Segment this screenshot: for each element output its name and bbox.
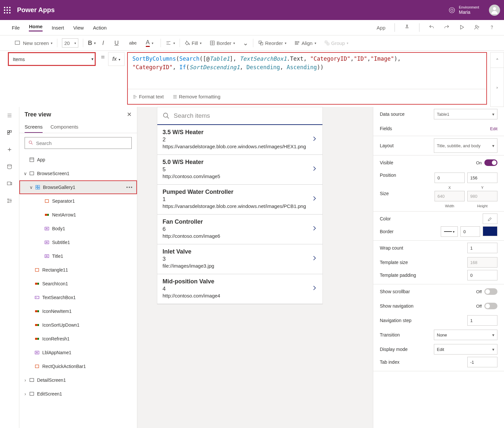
tab-index-input[interactable]: -1: [467, 357, 497, 367]
transition-dropdown[interactable]: None▾: [434, 330, 497, 340]
expand-chevron-icon[interactable]: ⌄: [243, 39, 248, 47]
format-text-button[interactable]: Format text: [132, 94, 164, 99]
environment-picker[interactable]: Environment Maria: [448, 5, 479, 14]
chevron-right-icon[interactable]: [311, 254, 317, 264]
border-width-input[interactable]: 0: [460, 226, 480, 237]
tree-node[interactable]: Subtitle1: [19, 235, 137, 249]
show-navigation-toggle[interactable]: [484, 303, 497, 309]
data-source-dropdown[interactable]: Table1▾: [434, 109, 497, 119]
expand-icon[interactable]: ›: [22, 391, 29, 397]
template-size-input[interactable]: 168: [467, 257, 497, 268]
wrap-count-input[interactable]: 1: [467, 243, 497, 253]
tree-node[interactable]: Separator1: [19, 194, 137, 208]
app-launcher-icon[interactable]: [4, 7, 10, 13]
fill-button[interactable]: Fill: [184, 40, 202, 46]
border-color-swatch[interactable]: [483, 226, 497, 236]
text-align-button[interactable]: [165, 40, 175, 46]
tree-node[interactable]: ›EditScreen1: [19, 387, 137, 401]
position-y-input[interactable]: 156: [467, 173, 497, 183]
group-button[interactable]: Group: [324, 40, 349, 46]
tree-search-input[interactable]: [25, 137, 132, 149]
tab-components[interactable]: Components: [50, 121, 78, 133]
chevron-right-icon[interactable]: [311, 134, 317, 144]
chevron-right-icon[interactable]: [311, 224, 317, 234]
chevron-right-icon[interactable]: [311, 164, 317, 174]
tree-node-app[interactable]: App: [19, 153, 137, 167]
tree-node[interactable]: Rectangle11: [19, 263, 137, 277]
preview-search-box[interactable]: Search items: [157, 107, 322, 125]
tree-node[interactable]: TextSearchBox1: [19, 291, 137, 304]
redo-icon[interactable]: [444, 24, 450, 31]
tree-node[interactable]: IconRefresh1: [19, 332, 137, 346]
tree-node[interactable]: ›DetailScreen1: [19, 373, 137, 387]
navigation-step-input[interactable]: 1: [467, 315, 497, 326]
chevron-right-icon[interactable]: [311, 283, 317, 294]
tree-node[interactable]: Body1: [19, 222, 137, 235]
tree-node[interactable]: Title1: [19, 249, 137, 263]
italic-button[interactable]: I: [98, 40, 108, 47]
underline-button[interactable]: U: [110, 40, 123, 47]
user-avatar[interactable]: [489, 5, 500, 16]
menu-action[interactable]: Action: [93, 25, 107, 31]
font-color-button[interactable]: A: [143, 39, 156, 47]
position-x-input[interactable]: 0: [435, 173, 465, 183]
expand-icon[interactable]: ›: [22, 377, 29, 383]
gallery-item[interactable]: Inlet Valve3file://images/image3.jpg: [157, 244, 322, 274]
visible-toggle[interactable]: [484, 159, 497, 166]
tree-node[interactable]: RectQuickActionBar1: [19, 359, 137, 373]
font-size-input[interactable]: 20▾: [62, 38, 78, 48]
rail-hamburger-icon[interactable]: [6, 112, 13, 119]
expand-icon[interactable]: ∨: [28, 185, 34, 190]
fx-button[interactable]: fx: [108, 52, 125, 66]
gallery-item[interactable]: Mid-position Valve4http://contoso.com/im…: [157, 274, 322, 304]
strikethrough-button[interactable]: abc: [125, 40, 141, 46]
collapse-formula-icon[interactable]: ⌃: [490, 52, 504, 68]
help-icon[interactable]: [489, 24, 495, 31]
close-tree-icon[interactable]: ✕: [127, 111, 132, 118]
undo-icon[interactable]: [429, 24, 435, 31]
property-selector[interactable]: Items ▾: [8, 52, 96, 66]
chevron-right-icon[interactable]: [311, 194, 317, 204]
formula-text[interactable]: SortByColumns(Search([@Table1], TextSear…: [128, 53, 486, 89]
color-edit-button[interactable]: [483, 214, 497, 224]
size-height-input[interactable]: 980: [467, 191, 497, 201]
formula-editor[interactable]: SortByColumns(Search([@Table1], TextSear…: [127, 52, 487, 105]
rail-tree-view-icon[interactable]: [6, 129, 13, 136]
edit-fields-link[interactable]: Edit: [490, 126, 497, 131]
rail-insert-icon[interactable]: [6, 146, 13, 153]
template-padding-input[interactable]: 0: [467, 270, 497, 280]
gallery-item[interactable]: 5.0 W/S Heater5http://contoso.com/image5: [157, 155, 322, 185]
display-mode-dropdown[interactable]: Edit▾: [434, 344, 497, 355]
rail-advanced-icon[interactable]: [6, 197, 13, 205]
show-scrollbar-toggle[interactable]: [484, 288, 497, 295]
layout-dropdown[interactable]: Title, subtitle, and body▾: [434, 138, 497, 153]
reorder-button[interactable]: Reorder: [258, 40, 286, 46]
more-icon[interactable]: •••: [126, 185, 133, 190]
tree-node[interactable]: LblAppName1: [19, 346, 137, 359]
menu-view[interactable]: View: [73, 25, 84, 31]
bold-button[interactable]: B: [88, 40, 96, 47]
tree-node[interactable]: IconSortUpDown1: [19, 318, 137, 332]
menu-file[interactable]: File: [12, 25, 20, 31]
app-preview[interactable]: Search items 3.5 W/S Heater2https://vana…: [157, 107, 323, 304]
share-icon[interactable]: [474, 24, 480, 31]
tree-search-field[interactable]: [36, 140, 128, 146]
align-button[interactable]: Align: [294, 40, 316, 46]
rail-data-icon[interactable]: [6, 163, 13, 171]
expand-formula-icon[interactable]: ›: [490, 68, 504, 107]
gallery-item[interactable]: 3.5 W/S Heater2https://vanarsdelstorage.…: [157, 125, 322, 155]
tree-node[interactable]: SearchIcon1: [19, 277, 137, 291]
tree-node[interactable]: ∨BrowseScreen1: [19, 167, 137, 180]
app-selector[interactable]: App: [377, 25, 385, 31]
tree-node[interactable]: ∨BrowseGallery1•••: [19, 180, 137, 194]
gallery-item[interactable]: Pumped Water Controller1https://vanarsde…: [157, 185, 322, 214]
new-screen-button[interactable]: New screen: [23, 40, 52, 46]
tree-node[interactable]: NextArrow1: [19, 208, 137, 222]
tree-node[interactable]: IconNewItem1: [19, 304, 137, 318]
expand-icon[interactable]: ∨: [22, 171, 29, 176]
remove-formatting-button[interactable]: Remove formatting: [172, 94, 221, 99]
tab-screens[interactable]: Screens: [25, 121, 43, 133]
border-style-dropdown[interactable]: ▾: [441, 226, 458, 237]
rail-media-icon[interactable]: [6, 180, 13, 188]
size-width-input[interactable]: 640: [435, 191, 465, 201]
